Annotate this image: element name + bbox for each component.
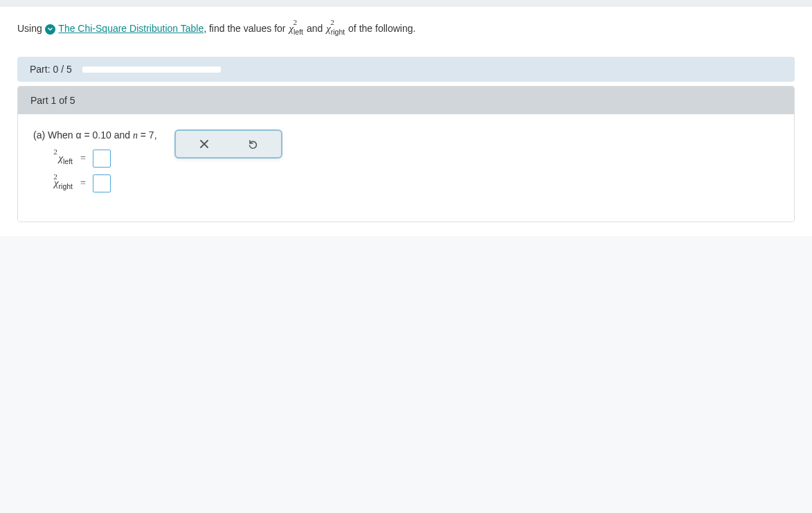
chi-left-row: χ2left = (48, 150, 157, 168)
prompt-mid1: , find the values for (204, 23, 288, 34)
main-content: Using The Chi-Square Distribution Table,… (0, 7, 812, 236)
progress-bar (82, 66, 221, 73)
chi-right-input[interactable] (93, 174, 111, 192)
progress-label: Part: 0 / 5 (30, 64, 72, 75)
chi-right-symbol: χ2right (326, 24, 345, 36)
undo-icon (247, 138, 258, 150)
close-icon (199, 139, 209, 149)
chi-right-row: χ2right = (48, 174, 157, 192)
prompt-prefix: Using (17, 23, 45, 34)
chi-square-table-link[interactable]: The Chi-Square Distribution Table (58, 23, 204, 34)
part-panel-body: (a) When α = 0.10 and n = 7, χ2left = χ2… (18, 114, 794, 222)
part-panel-title: Part 1 of 5 (18, 87, 794, 114)
n-var: n (133, 130, 138, 141)
chi-left-input[interactable] (93, 150, 111, 168)
chi-left-label: χ2left (49, 153, 73, 165)
equals-sign: = (80, 178, 86, 189)
question-column: (a) When α = 0.10 and n = 7, χ2left = χ2… (33, 129, 157, 199)
prompt-suffix: of the following. (345, 23, 415, 34)
answer-toolbar (174, 129, 282, 159)
progress-header: Part: 0 / 5 (17, 57, 795, 82)
equals-sign: = (80, 153, 86, 164)
expand-icon[interactable] (45, 24, 55, 35)
reset-button[interactable] (245, 136, 260, 152)
part-panel: Part 1 of 5 (a) When α = 0.10 and n = 7,… (17, 86, 795, 222)
chi-right-label: χ2right (49, 178, 73, 190)
clear-button[interactable] (197, 136, 212, 152)
question-a-text: (a) When α = 0.10 and n = 7, (33, 129, 157, 141)
top-bar (0, 0, 812, 7)
prompt-text: Using The Chi-Square Distribution Table,… (17, 21, 795, 36)
chi-left-symbol: χ2left (289, 24, 303, 36)
prompt-and: and (304, 23, 325, 34)
